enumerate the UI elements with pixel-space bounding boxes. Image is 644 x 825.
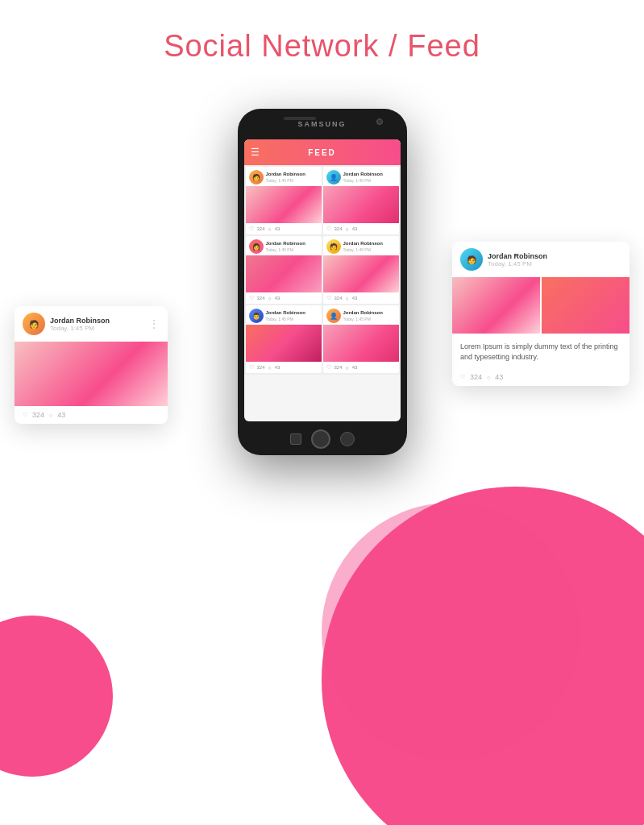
avatar: 🧑 — [460, 248, 483, 271]
app-header: ☰ FEED — [244, 139, 401, 165]
feed-card-meta: Jordan Robinson Today, 1:45 PM — [266, 241, 305, 251]
feed-card-image — [246, 186, 322, 223]
feed-card-header: 🧑 Jordan Robinson Today, 1:45 PM — [246, 167, 322, 186]
feed-card-actions: ♡ 324 ○ 43 — [246, 292, 322, 304]
feed-card-username: Jordan Robinson — [266, 241, 305, 247]
phone-mockup: SAMSUNG ☰ FEED 🧑 Jordan Robinson Today, … — [238, 109, 407, 455]
heart-icon[interactable]: ♡ — [23, 412, 27, 418]
like-count: 324 — [257, 226, 265, 231]
feed-card-meta: Jordan Robinson Today, 1:45 PM — [343, 172, 383, 182]
feed-card-time: Today, 1:45 PM — [343, 247, 383, 252]
feed-card-username: Jordan Robinson — [343, 172, 383, 177]
card-image-row — [452, 277, 629, 335]
feed-card-time: Today, 1:45 PM — [266, 178, 305, 183]
feed-card: 👤 Jordan Robinson Today, 1:45 PM ♡ 324 ○… — [323, 167, 399, 234]
like-count: 324 — [334, 365, 343, 370]
card-actions: ♡ 324 ○ 43 — [15, 406, 168, 424]
phone-brand: SAMSUNG — [297, 120, 346, 128]
feed-card: 👨 Jordan Robinson Today, 1:45 PM ♡ 324 ○… — [246, 305, 322, 373]
card-right-header: 🧑 Jordan Robinson Today, 1:45 PM — [452, 242, 629, 277]
like-count: 324 — [334, 226, 343, 231]
phone-outer: SAMSUNG ☰ FEED 🧑 Jordan Robinson Today, … — [238, 109, 407, 455]
comment-icon[interactable]: ○ — [268, 365, 272, 371]
comment-count: 43 — [275, 365, 280, 370]
like-count: 324 — [334, 296, 343, 301]
feed-card-username: Jordan Robinson — [343, 310, 383, 316]
feed-card-actions: ♡ 324 ○ 43 — [323, 362, 399, 373]
heart-icon[interactable]: ♡ — [249, 295, 254, 301]
heart-icon[interactable]: ♡ — [460, 374, 465, 380]
hamburger-menu-icon[interactable]: ☰ — [251, 147, 260, 157]
feed-card-header: 🧑 Jordan Robinson Today, 1:45 PM — [323, 236, 399, 255]
comment-count: 43 — [495, 373, 503, 381]
comment-icon[interactable]: ○ — [487, 375, 490, 380]
feed-card: 👤 Jordan Robinson Today, 1:45 PM ♡ 324 ○… — [323, 305, 399, 373]
card-user-name: Jordan Robinson — [50, 317, 110, 325]
feed-card-image — [323, 325, 399, 362]
feed-card-actions: ♡ 324 ○ 43 — [246, 362, 322, 373]
heart-icon[interactable]: ♡ — [326, 226, 331, 232]
feed-card-header: 👩 Jordan Robinson Today, 1:45 PM — [246, 236, 322, 255]
comment-icon[interactable]: ○ — [346, 365, 349, 371]
feed-card-username: Jordan Robinson — [266, 172, 305, 177]
feed-card-actions: ♡ 324 ○ 43 — [323, 292, 399, 304]
feed-grid: 🧑 Jordan Robinson Today, 1:45 PM ♡ 324 ○… — [244, 165, 401, 375]
back-button[interactable] — [290, 433, 301, 445]
heart-icon[interactable]: ♡ — [326, 295, 331, 301]
avatar: 👨 — [249, 309, 264, 323]
recent-button[interactable] — [340, 432, 355, 446]
avatar: 🧑 — [249, 170, 264, 184]
comment-icon[interactable]: ○ — [268, 296, 272, 301]
card-time: Today, 1:45 PM — [488, 260, 547, 267]
feed-card-meta: Jordan Robinson Today, 1:45 PM — [343, 241, 383, 251]
comment-icon[interactable]: ○ — [346, 226, 349, 232]
card-right-actions: ♡ 324 ○ 43 — [452, 368, 629, 386]
heart-icon[interactable]: ♡ — [249, 226, 254, 232]
comment-count: 43 — [275, 226, 280, 231]
comment-icon[interactable]: ○ — [268, 226, 272, 232]
comment-icon[interactable]: ○ — [346, 296, 349, 301]
feed-card-image — [323, 186, 399, 223]
comment-icon[interactable]: ○ — [49, 412, 52, 418]
feed-card: 🧑 Jordan Robinson Today, 1:45 PM ♡ 324 ○… — [246, 167, 322, 234]
feed-card-header: 👤 Jordan Robinson Today, 1:45 PM — [323, 167, 399, 186]
app-header-title: FEED — [308, 148, 336, 157]
card-body-text: Lorem Ipsum is simply dummy text of the … — [452, 335, 629, 368]
phone-camera — [376, 118, 383, 125]
feed-card-image — [246, 325, 322, 362]
home-button[interactable] — [311, 429, 330, 449]
feed-card-actions: ♡ 324 ○ 43 — [323, 223, 399, 234]
comment-count: 43 — [352, 365, 358, 370]
comment-count: 43 — [275, 296, 280, 301]
feed-card-time: Today, 1:45 PM — [266, 247, 305, 252]
like-count: 324 — [257, 365, 265, 370]
feed-card-image — [323, 255, 399, 292]
like-count: 324 — [470, 373, 482, 381]
more-options-icon[interactable]: ⋮ — [148, 318, 160, 330]
card-left: 🧑 Jordan Robinson Today, 1:45 PM ⋮ ♡ 324… — [15, 306, 168, 424]
feed-card-meta: Jordan Robinson Today, 1:45 PM — [343, 310, 383, 321]
feed-card-actions: ♡ 324 ○ 43 — [246, 223, 322, 234]
feed-card-username: Jordan Robinson — [266, 310, 305, 316]
avatar: 🧑 — [23, 313, 45, 335]
heart-icon[interactable]: ♡ — [249, 364, 254, 371]
card-right: 🧑 Jordan Robinson Today, 1:45 PM Lorem I… — [452, 242, 629, 386]
page-title: Social Network / Feed — [0, 29, 644, 64]
card-time: Today, 1:45 PM — [50, 325, 110, 332]
bg-circle-medium — [322, 503, 580, 761]
card-image-2 — [542, 277, 629, 334]
avatar: 👤 — [326, 170, 341, 184]
bg-circle-left — [0, 616, 113, 777]
feed-card-meta: Jordan Robinson Today, 1:45 PM — [266, 172, 305, 182]
avatar: 🧑 — [326, 239, 341, 254]
feed-card-time: Today, 1:45 PM — [266, 317, 305, 321]
phone-screen: ☰ FEED 🧑 Jordan Robinson Today, 1:45 PM … — [244, 139, 401, 421]
card-image — [15, 342, 168, 406]
feed-card: 👩 Jordan Robinson Today, 1:45 PM ♡ 324 ○… — [246, 236, 322, 304]
card-image-1 — [452, 277, 540, 334]
avatar: 👩 — [249, 239, 264, 254]
feed-card: 🧑 Jordan Robinson Today, 1:45 PM ♡ 324 ○… — [323, 236, 399, 304]
phone-bottom-nav — [290, 429, 355, 449]
card-user-name: Jordan Robinson — [488, 252, 547, 260]
heart-icon[interactable]: ♡ — [326, 364, 331, 371]
